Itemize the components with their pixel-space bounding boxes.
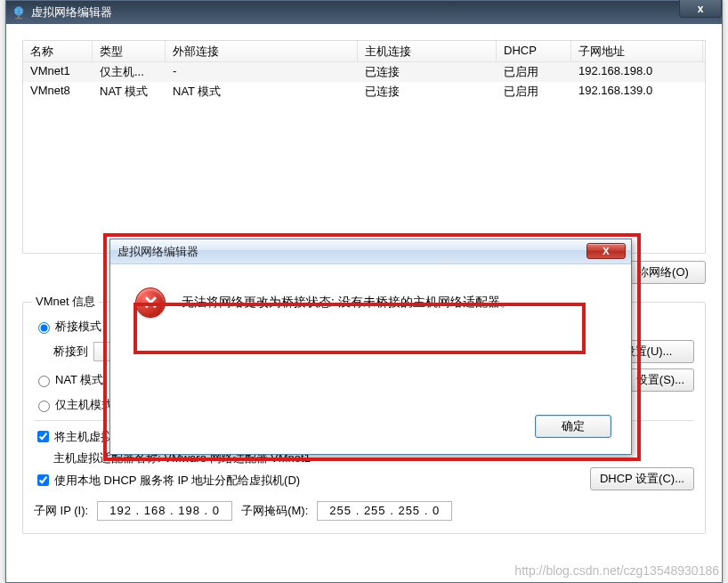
table-row[interactable]: VMnet1 仅主机... - 已连接 已启用 192.168.198.0 — [23, 62, 705, 82]
main-titlebar: 虚拟网络编辑器 x — [6, 1, 722, 24]
error-dialog-titlebar: 虚拟网络编辑器 X — [110, 239, 631, 264]
cell-external: - — [166, 62, 358, 82]
main-title: 虚拟网络编辑器 — [31, 4, 112, 20]
svg-rect-1 — [18, 15, 20, 18]
dhcp-check-label: 使用本地 DHCP 服务将 IP 地址分配给虚拟机(D) — [54, 473, 300, 489]
bridge-radio-label: 桥接模式 — [55, 319, 101, 335]
table-header-row: 名称 类型 外部连接 主机连接 DHCP 子网地址 — [23, 41, 705, 62]
hostonly-radio-label: 仅主机模式 — [55, 397, 113, 413]
col-hostconn[interactable]: 主机连接 — [358, 41, 497, 61]
bridge-to-label: 桥接到 — [53, 344, 88, 360]
col-external[interactable]: 外部连接 — [166, 41, 358, 61]
col-dhcp[interactable]: DHCP — [497, 41, 571, 61]
nat-settings-button[interactable]: 设置(S)... — [627, 368, 694, 392]
nat-radio[interactable] — [38, 376, 50, 387]
cell-subnet: 192.168.198.0 — [571, 62, 703, 82]
dhcp-settings-button[interactable]: DHCP 设置(C)... — [590, 467, 694, 490]
host-adapter-checkbox[interactable] — [37, 431, 49, 442]
subnet-mask-input[interactable]: 255 . 255 . 255 . 0 — [317, 501, 452, 521]
add-network-button[interactable]: 祢网络(O) — [620, 261, 706, 284]
cell-hostconn: 已连接 — [358, 82, 497, 101]
error-dialog-close-button[interactable]: X — [586, 243, 626, 259]
error-dialog-body: ✕ 无法将网络更改为桥接状态: 没有未桥接的主机网络适配器。 确定 — [110, 264, 631, 454]
watermark-text: http://blog.csdn.net/czg13548930186 — [514, 563, 719, 578]
cell-subnet: 192.168.139.0 — [571, 82, 703, 101]
error-message-text: 无法将网络更改为桥接状态: 没有未桥接的主机网络适配器。 — [182, 295, 513, 311]
col-type[interactable]: 类型 — [93, 41, 166, 61]
error-message-row: ✕ 无法将网络更改为桥接状态: 没有未桥接的主机网络适配器。 — [135, 287, 606, 318]
error-icon: ✕ — [135, 287, 166, 318]
error-dialog: 虚拟网络编辑器 X ✕ 无法将网络更改为桥接状态: 没有未桥接的主机网络适配器。… — [109, 239, 632, 455]
subnet-ip-label: 子网 IP (I): — [34, 503, 88, 519]
ok-button-row: 确定 — [535, 415, 611, 438]
nat-radio-label: NAT 模式 — [55, 372, 103, 388]
cell-external: NAT 模式 — [166, 82, 358, 101]
dhcp-settings-row: DHCP 设置(C)... — [590, 467, 694, 490]
hostonly-radio[interactable] — [38, 401, 50, 412]
cell-type: NAT 模式 — [93, 82, 166, 101]
network-table: 名称 类型 外部连接 主机连接 DHCP 子网地址 VMnet1 仅主机... … — [22, 40, 706, 254]
dhcp-checkbox[interactable] — [37, 474, 49, 486]
cell-name: VMnet8 — [23, 82, 93, 101]
bridge-radio[interactable] — [38, 322, 50, 334]
col-name[interactable]: 名称 — [23, 41, 93, 61]
ok-button[interactable]: 确定 — [535, 415, 611, 438]
table-body: VMnet1 仅主机... - 已连接 已启用 192.168.198.0 VM… — [23, 62, 705, 101]
close-icon: X — [603, 246, 609, 256]
globe-icon — [12, 5, 26, 20]
close-icon: x — [698, 3, 704, 15]
cell-dhcp: 已启用 — [497, 62, 571, 82]
cell-dhcp: 已启用 — [497, 82, 571, 101]
svg-rect-2 — [15, 18, 22, 20]
cell-type: 仅主机... — [93, 62, 166, 82]
subnet-row: 子网 IP (I): 192 . 168 . 198 . 0 子网掩码(M): … — [34, 501, 694, 521]
error-x-glyph: ✕ — [143, 294, 158, 312]
cell-name: VMnet1 — [23, 62, 93, 82]
cell-hostconn: 已连接 — [358, 62, 497, 82]
group-title: VMnet 信息 — [32, 294, 99, 310]
table-row[interactable]: VMnet8 NAT 模式 NAT 模式 已连接 已启用 192.168.139… — [23, 82, 705, 101]
subnet-mask-label: 子网掩码(M): — [241, 503, 308, 519]
error-dialog-title: 虚拟网络编辑器 — [117, 244, 198, 260]
col-subnet[interactable]: 子网地址 — [571, 41, 703, 61]
window-close-button[interactable]: x — [679, 0, 722, 18]
subnet-ip-input[interactable]: 192 . 168 . 198 . 0 — [97, 501, 232, 521]
